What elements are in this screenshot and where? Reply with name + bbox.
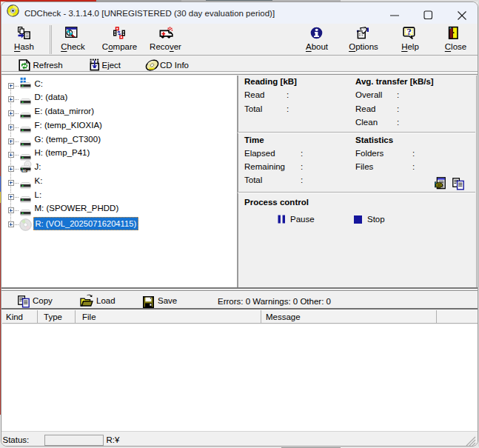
svg-text:BD: BD xyxy=(22,170,27,173)
svg-text:?: ? xyxy=(406,27,411,37)
